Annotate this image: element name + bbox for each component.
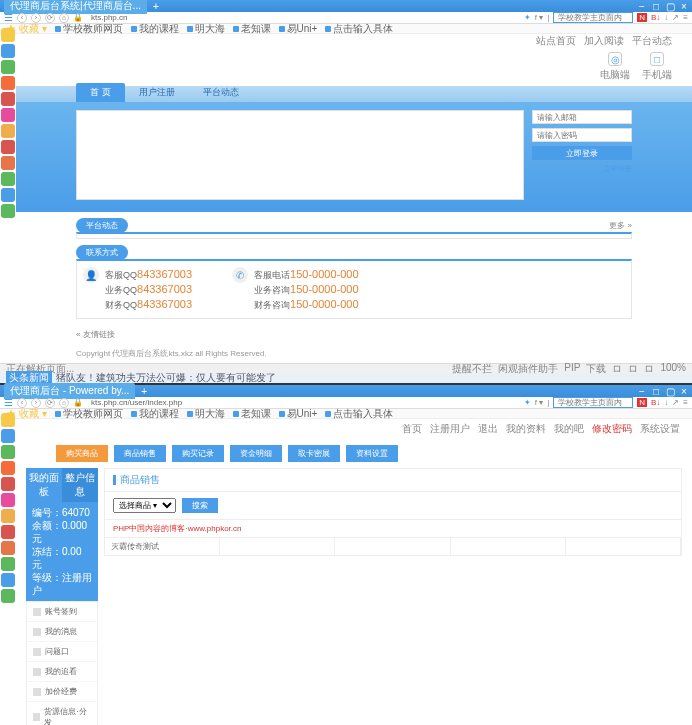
sidebar-app-icon[interactable]	[1, 541, 15, 555]
header-link[interactable]: 退出	[478, 422, 498, 436]
restore-button[interactable]: □	[652, 1, 660, 12]
bookmark-item[interactable]: 老知课	[233, 407, 271, 421]
product-select[interactable]: 选择商品 ▾	[113, 498, 176, 513]
ext-menu-icon[interactable]: ≡	[683, 398, 688, 407]
mobile-icon-box[interactable]: □ 手机端	[642, 52, 672, 82]
wand-icon[interactable]: ✦	[524, 398, 531, 407]
sidebar-app-icon[interactable]	[1, 445, 15, 459]
tab-account-info[interactable]: 整户信息	[62, 468, 98, 502]
bookmark-item[interactable]: 点击输入具体	[325, 22, 393, 36]
register-link[interactable]: 立即注册	[532, 164, 632, 174]
maximize-button[interactable]: ▢	[666, 1, 674, 12]
menu-item[interactable]: 货源信息·分发	[27, 702, 97, 725]
sidebar-app-icon[interactable]	[1, 60, 15, 74]
status-item[interactable]: PIP	[564, 362, 580, 376]
ext-icon-4[interactable]: ↗	[672, 398, 679, 407]
sidebar-app-icon[interactable]	[1, 204, 15, 218]
status-item[interactable]: 提醒不拦	[452, 362, 492, 376]
sidebar-app-icon[interactable]	[1, 525, 15, 539]
search-button[interactable]: 搜索	[182, 498, 218, 513]
header-link[interactable]: 系统设置	[640, 422, 680, 436]
bookmark-item[interactable]: 学校教师网页	[55, 407, 123, 421]
extension-search[interactable]	[553, 12, 633, 23]
sidebar-app-icon[interactable]	[1, 429, 15, 443]
header-link[interactable]: 注册用户	[430, 422, 470, 436]
tab-my-panel[interactable]: 我的面板	[26, 468, 62, 502]
extension-search[interactable]	[553, 397, 633, 408]
bookmark-item[interactable]: 易Uni+	[279, 407, 318, 421]
sidebar-app-icon[interactable]	[1, 573, 15, 587]
bookmark-item[interactable]: 我的课程	[131, 407, 179, 421]
sidebar-app-icon[interactable]	[1, 92, 15, 106]
action-button[interactable]: 取卡密展	[288, 445, 340, 462]
header-link[interactable]: 修改密码	[592, 422, 632, 436]
action-button[interactable]: 购买记录	[172, 445, 224, 462]
ext-icon-2[interactable]: B↓	[651, 398, 660, 407]
browser-tab-1[interactable]: 代理商后台系统|代理商后台...	[4, 0, 147, 14]
sidebar-app-icon[interactable]	[1, 461, 15, 475]
wand-icon[interactable]: ✦	[524, 13, 531, 22]
close-button[interactable]: ×	[680, 386, 688, 397]
restore-button[interactable]: □	[652, 386, 660, 397]
topnav-link[interactable]: 加入阅读	[584, 34, 624, 48]
status-item[interactable]: ロ	[612, 362, 622, 376]
ext-icon-3[interactable]: ↓	[664, 13, 668, 22]
sidebar-app-icon[interactable]	[1, 28, 15, 42]
ext-icon-2[interactable]: B↓	[651, 13, 660, 22]
sidebar-app-icon[interactable]	[1, 493, 15, 507]
sidebar-app-icon[interactable]	[1, 557, 15, 571]
email-input[interactable]	[532, 110, 632, 124]
flag-icon[interactable]: f ▾	[535, 13, 543, 22]
sidebar-app-icon[interactable]	[1, 188, 15, 202]
new-tab-button[interactable]: +	[153, 1, 159, 12]
action-button[interactable]: 资金明细	[230, 445, 282, 462]
sidebar-app-icon[interactable]	[1, 76, 15, 90]
sidebar-app-icon[interactable]	[1, 477, 15, 491]
sidebar-app-icon[interactable]	[1, 124, 15, 138]
status-item[interactable]: ロ	[644, 362, 654, 376]
ext-icon-1[interactable]: N	[637, 13, 647, 22]
header-link[interactable]: 首页	[402, 422, 422, 436]
sidebar-app-icon[interactable]	[1, 589, 15, 603]
sidebar-app-icon[interactable]	[1, 509, 15, 523]
topnav-link[interactable]: 站点首页	[536, 34, 576, 48]
minimize-button[interactable]: −	[638, 1, 646, 12]
bookmark-item[interactable]: 易Uni+	[279, 22, 318, 36]
action-button[interactable]: 购买商品	[56, 445, 108, 462]
browser-tab-2[interactable]: 代理商后台 - Powered by...	[4, 383, 135, 399]
sidebar-app-icon[interactable]	[1, 156, 15, 170]
ext-icon-4[interactable]: ↗	[672, 13, 679, 22]
sidebar-app-icon[interactable]	[1, 413, 15, 427]
ext-icon-1[interactable]: N	[637, 398, 647, 407]
menu-item[interactable]: 我的追看	[27, 662, 97, 682]
flag-icon[interactable]: f ▾	[535, 398, 543, 407]
bookmark-item[interactable]: 明大海	[187, 407, 225, 421]
menu-item[interactable]: 账号签到	[27, 602, 97, 622]
topnav-link[interactable]: 平台动态	[632, 34, 672, 48]
more-link[interactable]: 更多 »	[609, 220, 632, 231]
tab-home[interactable]: 首 页	[76, 83, 125, 102]
menu-item[interactable]: 我的消息	[27, 622, 97, 642]
status-item[interactable]: 下载	[586, 362, 606, 376]
menu-item[interactable]: 加价经费	[27, 682, 97, 702]
password-input[interactable]	[532, 128, 632, 142]
new-tab-button[interactable]: +	[141, 386, 147, 397]
maximize-button[interactable]: ▢	[666, 386, 674, 397]
sidebar-app-icon[interactable]	[1, 108, 15, 122]
sidebar-app-icon[interactable]	[1, 172, 15, 186]
login-button[interactable]: 立即登录	[532, 146, 632, 160]
header-link[interactable]: 我的吧	[554, 422, 584, 436]
sidebar-app-icon[interactable]	[1, 140, 15, 154]
bookmark-item[interactable]: 老知课	[233, 22, 271, 36]
bookmark-item[interactable]: 点击输入具体	[325, 407, 393, 421]
ext-icon-3[interactable]: ↓	[664, 398, 668, 407]
action-button[interactable]: 资料设置	[346, 445, 398, 462]
header-link[interactable]: 我的资料	[506, 422, 546, 436]
status-item[interactable]: ロ	[628, 362, 638, 376]
tab-platform[interactable]: 平台动态	[189, 83, 253, 102]
minimize-button[interactable]: −	[638, 386, 646, 397]
bookmark-item[interactable]: 我的课程	[131, 22, 179, 36]
tab-register[interactable]: 用户注册	[125, 83, 189, 102]
close-button[interactable]: ×	[680, 1, 688, 12]
bookmark-item[interactable]: 学校教师网页	[55, 22, 123, 36]
